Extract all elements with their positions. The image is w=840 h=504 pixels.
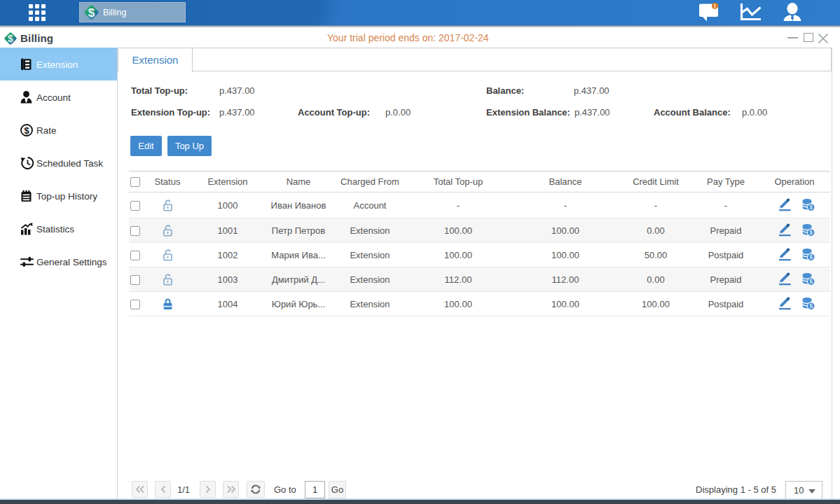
svg-text:$: $ xyxy=(809,278,813,285)
svg-text:$: $ xyxy=(809,229,813,236)
svg-text:!: ! xyxy=(714,3,716,10)
svg-text:$: $ xyxy=(8,33,13,44)
svg-text:$: $ xyxy=(809,204,813,211)
svg-text:$: $ xyxy=(24,125,29,135)
svg-text:$: $ xyxy=(88,6,95,20)
svg-text:$: $ xyxy=(809,253,813,260)
svg-text:$: $ xyxy=(809,302,813,309)
